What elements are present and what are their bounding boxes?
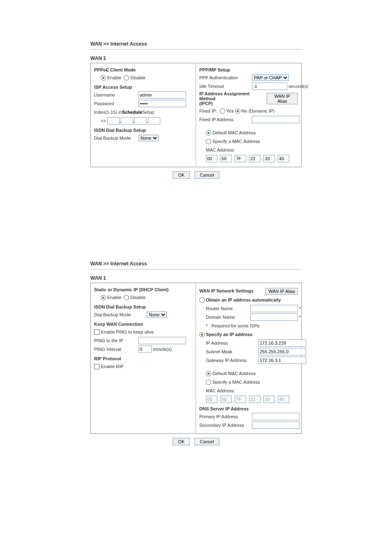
ping-ip-label: PING to the IP	[94, 338, 138, 343]
idle-timeout-input[interactable]	[252, 83, 287, 90]
username-label: Username	[94, 92, 138, 97]
domain-name-label: Domain Name	[206, 315, 250, 320]
isp-access-heading: ISP Access Setup	[94, 85, 192, 90]
specify-ip-label: Specify an IP address	[206, 332, 253, 337]
specify-mac-label: Specify a MAC Address	[212, 380, 260, 385]
ping-interval-label: PING Interval	[94, 347, 138, 352]
schedule-idx-4[interactable]	[148, 117, 160, 124]
default-mac-label: Default MAC Address	[212, 371, 256, 376]
enable-ping-label: Enable PING to keep alive	[101, 329, 154, 334]
schedule-link[interactable]: Schedule	[122, 110, 142, 115]
static-mode-heading: Static or Dynamic IP (DHCP Client)	[94, 287, 192, 292]
default-mac-radio[interactable]	[206, 371, 211, 376]
ppp-auth-select[interactable]: PAP or CHAP	[252, 74, 289, 81]
isdn-heading: ISDN Dial Backup Setup	[94, 128, 192, 133]
yes-label: Yes	[226, 108, 234, 113]
mac-1[interactable]	[206, 396, 217, 403]
dial-backup-label: Dial Backup Mode	[94, 312, 147, 317]
disable-label: Disable	[130, 295, 145, 300]
cancel-button[interactable]: Cancel	[194, 438, 219, 445]
ping-ip-input[interactable]	[138, 337, 186, 344]
mac-5[interactable]	[263, 155, 275, 162]
enable-rip-checkbox[interactable]	[94, 364, 99, 369]
static-ip-section: WAN >> Internet Access WAN 1 Static or D…	[90, 261, 302, 445]
pppoe-mode-heading: PPPoE Client Mode	[94, 67, 192, 72]
schedule-idx-3[interactable]	[134, 117, 147, 124]
cancel-button[interactable]: Cancel	[194, 171, 219, 179]
ppp-setup-heading: PPP/MP Setup	[199, 67, 298, 72]
dial-backup-select[interactable]: None	[138, 135, 159, 141]
mac-3[interactable]	[235, 155, 246, 162]
index-label-suffix: Setup:	[142, 110, 155, 115]
username-input[interactable]	[138, 91, 186, 99]
breadcrumb: WAN >> Internet Access	[90, 261, 302, 269]
dial-backup-select[interactable]: None	[147, 311, 167, 318]
pppoe-enable-radio[interactable]	[101, 75, 106, 81]
mac-4[interactable]	[249, 155, 261, 162]
specify-mac-radio[interactable]	[206, 139, 211, 144]
asterisk: *	[299, 315, 301, 320]
router-name-label: Router Name	[206, 306, 250, 311]
static-left-col: Static or Dynamic IP (DHCP Client) Enabl…	[91, 283, 196, 433]
obtain-ip-radio[interactable]	[199, 297, 205, 303]
primary-dns-input[interactable]	[252, 413, 300, 420]
secondary-dns-label: Secondary IP Address	[199, 423, 252, 428]
mac-4[interactable]	[249, 396, 261, 403]
ok-button[interactable]: OK	[173, 438, 190, 445]
static-right-col: WAN IP Network Settings WAN IP Alias Obt…	[196, 283, 301, 433]
wan-ip-alias-button[interactable]: WAN IP Alias	[267, 93, 298, 104]
pppoe-disable-radio[interactable]	[124, 75, 129, 81]
ipcp-heading: IP Address Assignment Method(IPCP)	[199, 91, 264, 106]
specify-mac-label: Specify a MAC Address	[212, 139, 260, 144]
wan-title: WAN 1	[90, 55, 302, 61]
schedule-idx-2[interactable]	[121, 117, 133, 124]
keep-wan-heading: Keep WAN Connection	[94, 322, 192, 327]
ok-button[interactable]: OK	[173, 171, 190, 179]
mac-2[interactable]	[220, 396, 232, 403]
default-mac-radio[interactable]	[206, 130, 211, 136]
wan-ip-heading: WAN IP Network Settings	[199, 288, 265, 293]
ip-addr-label: IP Address	[206, 341, 258, 345]
dns-heading: DNS Server IP Address	[199, 406, 298, 411]
router-name-input[interactable]	[250, 305, 298, 312]
mac-5[interactable]	[263, 396, 275, 403]
subnet-label: Subnet Mask	[206, 349, 258, 354]
ping-interval-input[interactable]	[138, 345, 152, 353]
asterisk: *	[299, 306, 301, 311]
mac-addr-label: MAC Address:	[206, 147, 235, 152]
fixed-ip-no-radio[interactable]	[235, 108, 240, 114]
pppoe-mode-radios: Enable Disable	[101, 74, 192, 81]
wan-ip-alias-button[interactable]: WAN IP Alias	[265, 288, 298, 295]
secondary-dns-input[interactable]	[252, 421, 300, 429]
specify-mac-radio[interactable]	[206, 380, 211, 385]
static-panel: Static or Dynamic IP (DHCP Client) Enabl…	[90, 283, 302, 434]
no-label: No (Dynamic IP)	[242, 108, 275, 113]
enable-ping-checkbox[interactable]	[94, 329, 99, 335]
static-disable-radio[interactable]	[124, 295, 129, 300]
subnet-input[interactable]	[258, 348, 306, 355]
mac-1[interactable]	[206, 155, 217, 162]
primary-dns-label: Primary IP Address	[199, 414, 252, 419]
default-mac-label: Default MAC Address	[212, 130, 256, 135]
mac-6[interactable]	[278, 155, 289, 162]
schedule-idx-1[interactable]	[107, 117, 120, 124]
gateway-input[interactable]	[258, 357, 306, 364]
fixed-ip-addr-input[interactable]	[252, 116, 300, 123]
ip-addr-input[interactable]	[258, 339, 306, 347]
static-enable-radio[interactable]	[101, 295, 106, 300]
breadcrumb: WAN >> Internet Access	[90, 41, 302, 50]
enable-label: Enable	[107, 295, 121, 300]
dial-backup-label: Dial Backup Mode	[94, 136, 138, 140]
pppoe-left-col: PPPoE Client Mode Enable Disable ISP Acc…	[91, 63, 196, 167]
password-input[interactable]	[138, 100, 186, 107]
arrow: =>	[101, 118, 106, 123]
mac-2[interactable]	[220, 155, 232, 162]
mac-3[interactable]	[235, 396, 246, 403]
domain-name-input[interactable]	[250, 313, 298, 321]
fixed-ip-yes-radio[interactable]	[220, 108, 225, 114]
password-label: Password	[94, 101, 138, 106]
specify-ip-radio[interactable]	[199, 332, 205, 337]
mac-6[interactable]	[278, 396, 289, 403]
enable-rip-label: Enable RIP	[101, 364, 124, 369]
ppp-auth-label: PPP Authentication	[199, 75, 252, 80]
